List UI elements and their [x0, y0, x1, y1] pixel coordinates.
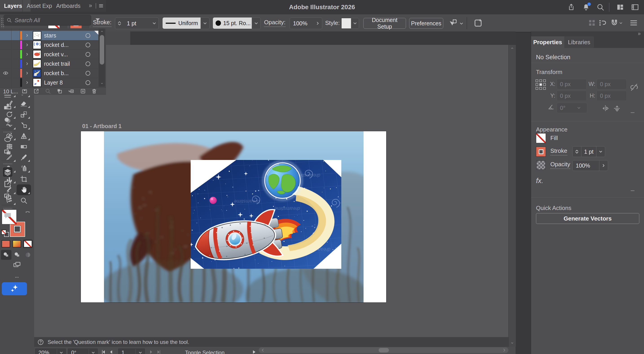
change-screen-mode-icon[interactable]	[12, 261, 22, 269]
layer-target-circle[interactable]	[86, 80, 90, 85]
edit-toolbar-icon[interactable]	[12, 275, 21, 280]
hand-tool[interactable]	[16, 184, 31, 195]
panel-transparency-icon[interactable]	[3, 116, 12, 125]
new-layer-icon[interactable]	[80, 88, 86, 94]
layer-name[interactable]: stars	[44, 32, 86, 39]
opacity-value[interactable]: 100%	[572, 160, 599, 171]
snap-magnet-icon[interactable]	[610, 18, 619, 27]
previous-artboard-icon[interactable]	[108, 349, 114, 354]
collapse-panel-icon[interactable]	[88, 3, 94, 8]
draw-behind-mode-icon[interactable]	[12, 250, 22, 260]
layer-name[interactable]: rocket v...	[44, 51, 86, 58]
collapse-panel-icon[interactable]	[636, 32, 642, 36]
appearance-opacity-swatch[interactable]	[536, 161, 546, 170]
panel-layout-icon[interactable]	[631, 3, 639, 11]
expand-layer-icon[interactable]	[25, 71, 30, 76]
panel-gradient-icon[interactable]	[3, 103, 12, 112]
stroke-weight-value[interactable]: 1 pt	[124, 17, 153, 29]
brush-select[interactable]: 15 pt. Ro...	[213, 17, 254, 29]
tab-artboards[interactable]: Artboards	[52, 0, 86, 12]
status-display-label[interactable]: Toggle Selection	[178, 348, 232, 354]
generate-vectors-button[interactable]: Generate Vectors	[536, 213, 639, 224]
canvas-vertical-scrollbar[interactable]	[508, 45, 516, 347]
layer-thumbnail[interactable]	[33, 31, 41, 40]
chevron-down-icon[interactable]	[618, 21, 623, 25]
reference-point-grid[interactable]	[536, 79, 546, 90]
expand-layer-icon[interactable]	[25, 61, 30, 66]
collect-for-export-icon[interactable]	[22, 88, 28, 94]
draw-inside-mode-icon[interactable]	[23, 250, 33, 260]
tab-properties[interactable]: Properties	[531, 36, 564, 48]
layer-target-circle[interactable]	[86, 71, 90, 76]
scroll-up-icon[interactable]	[510, 46, 515, 50]
flip-horizontal-icon[interactable]	[601, 104, 610, 113]
gradient-tool[interactable]	[16, 141, 31, 152]
opacity-label[interactable]: Opacity	[550, 160, 570, 170]
panel-appearance-icon[interactable]	[3, 135, 12, 144]
next-artboard-icon[interactable]	[148, 349, 154, 354]
first-artboard-icon[interactable]	[100, 349, 106, 354]
opacity-flyout[interactable]	[599, 160, 608, 171]
style-swatch[interactable]	[341, 18, 351, 29]
layer-row[interactable]: rocket b...	[0, 68, 98, 78]
placed-rocket-image[interactable]: dreamstime dreamstime dreamstime dreamst…	[191, 160, 341, 269]
snap-to-glyph-icon[interactable]	[598, 18, 607, 27]
appearance-stroke-swatch[interactable]	[536, 147, 546, 157]
layer-target-circle[interactable]	[86, 52, 90, 57]
zoom-level-select[interactable]: 20%	[34, 348, 66, 354]
make-clipping-mask-icon[interactable]	[56, 88, 63, 94]
constrain-proportions-icon[interactable]	[630, 82, 639, 92]
layer-name[interactable]: Layer 8	[44, 79, 86, 86]
zoom-tool[interactable]	[16, 195, 31, 206]
stroke-label[interactable]: Stroke	[550, 147, 567, 156]
export-selection-icon[interactable]	[33, 88, 39, 94]
layer-name[interactable]: rocket b...	[44, 70, 86, 76]
panel-asset-export-icon[interactable]	[3, 179, 12, 188]
layer-target-circle[interactable]	[86, 43, 90, 47]
scroll-left-icon[interactable]	[260, 348, 266, 353]
stroke-weight-value[interactable]: 1 pt	[581, 146, 596, 157]
expand-layer-icon[interactable]	[25, 33, 30, 38]
eraser-tool[interactable]	[16, 98, 31, 109]
generative-edit-icon[interactable]	[473, 18, 483, 28]
scale-tool[interactable]	[16, 109, 31, 120]
layer-row[interactable]: rocket trail	[0, 59, 98, 69]
question-mark-icon[interactable]	[37, 339, 44, 346]
expand-layer-icon[interactable]	[25, 42, 30, 47]
layer-target-circle[interactable]	[86, 61, 90, 66]
document-setup-button[interactable]: Document Setup	[363, 18, 406, 29]
layer-row[interactable]: rocket v...	[0, 49, 98, 59]
canvas-horizontal-scrollbar[interactable]	[259, 347, 508, 353]
fx-button[interactable]: fx.	[536, 177, 544, 185]
layers-scrollbar[interactable]	[99, 29, 105, 87]
scroll-down-icon[interactable]	[100, 82, 104, 85]
fill-label[interactable]: Fill	[550, 133, 558, 143]
layer-row[interactable]: Layer 8	[0, 78, 98, 87]
symbol-sprayer-tool[interactable]	[16, 163, 31, 174]
x-field[interactable]: 0 px	[557, 79, 587, 89]
layer-name[interactable]: rocket d...	[44, 42, 86, 48]
preferences-button[interactable]: Preferences	[409, 18, 443, 29]
delete-layer-icon[interactable]	[91, 88, 97, 94]
layer-thumbnail[interactable]	[33, 50, 41, 58]
width-profile-dropdown[interactable]	[200, 17, 210, 29]
scrollbar-thumb[interactable]	[378, 348, 389, 353]
artboard-navigation-select[interactable]: 1	[118, 348, 146, 354]
stroke-weight-widget[interactable]: 1 pt	[572, 146, 605, 157]
layer-thumbnail[interactable]	[33, 59, 41, 68]
layer-thumbnail[interactable]	[33, 69, 41, 77]
menu-icon[interactable]	[629, 18, 638, 27]
panel-layers-icon[interactable]	[2, 167, 13, 177]
status-menu-arrow-icon[interactable]	[251, 349, 257, 354]
panel-menu-icon[interactable]	[98, 3, 104, 8]
free-transform-tool[interactable]	[16, 120, 31, 131]
search-input[interactable]: Search All	[4, 15, 91, 25]
generative-ai-button[interactable]	[2, 282, 27, 295]
scrollbar-thumb[interactable]	[100, 35, 104, 65]
scroll-down-icon[interactable]	[510, 341, 515, 345]
filter-icon[interactable]	[94, 17, 101, 23]
tab-libraries[interactable]: Libraries	[564, 36, 594, 48]
expand-layer-icon[interactable]	[25, 52, 30, 57]
style-dropdown[interactable]	[351, 18, 359, 29]
scroll-right-icon[interactable]	[502, 348, 506, 353]
